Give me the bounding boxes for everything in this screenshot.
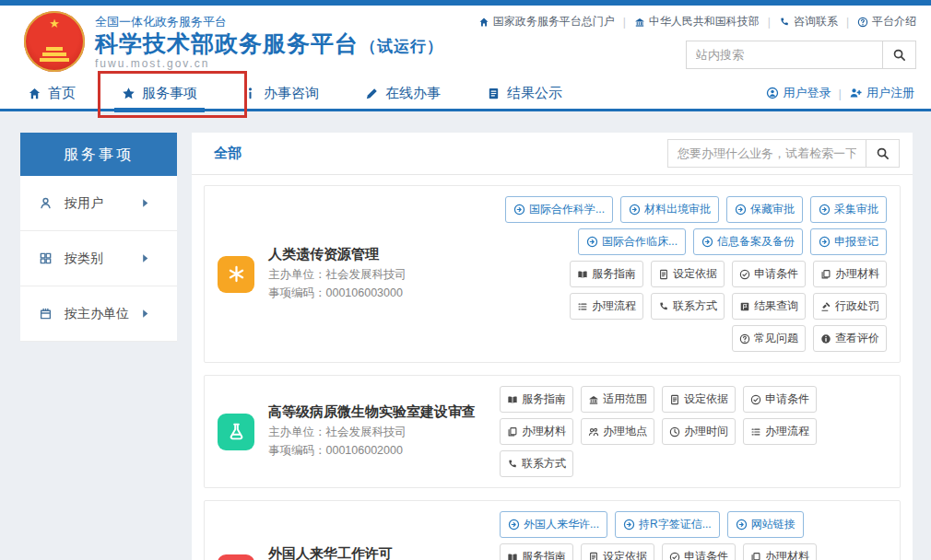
sidebar-item-by-category[interactable]: 按类别 <box>20 231 177 286</box>
action-button[interactable]: 办理时间 <box>662 418 736 445</box>
nav-tab-label: 办事咨询 <box>264 85 319 102</box>
action-button[interactable]: 联系方式 <box>500 450 573 477</box>
sidebar-item-by-user[interactable]: 按用户 <box>20 176 177 231</box>
journal-icon <box>487 87 501 100</box>
action-button[interactable]: 服务指南 <box>570 261 643 287</box>
check-circle-icon <box>669 552 680 560</box>
action-button[interactable]: 办理地点 <box>581 418 654 445</box>
action-button[interactable]: 办理材料 <box>813 261 887 287</box>
check-circle-icon <box>750 394 761 405</box>
tag-button[interactable]: 保藏审批 <box>726 196 803 223</box>
tag-label: 国际合作科学... <box>529 202 605 217</box>
tag-button[interactable]: 采集审批 <box>810 196 887 223</box>
service-search-input[interactable] <box>668 140 866 167</box>
action-button[interactable]: 办理流程 <box>743 418 817 445</box>
open-book-icon <box>507 552 518 560</box>
main-header: 全部 <box>192 133 913 175</box>
gavel-icon <box>820 301 831 312</box>
flag-icon <box>739 301 750 312</box>
nav-tab-online-services[interactable]: 在线办事 <box>363 77 442 110</box>
copy-icon <box>507 426 518 438</box>
service-code: 事项编码：000106002000 <box>268 442 476 460</box>
topbar-link-national-portal[interactable]: 国家政务服务平台总门户 <box>478 14 615 29</box>
action-button[interactable]: 设定依据 <box>651 261 725 287</box>
action-button[interactable]: 结果查询 <box>732 293 806 320</box>
main-nav: 首页服务事项办事咨询在线办事结果公示 用户登录 | 用户注册 <box>0 77 931 111</box>
site-search <box>686 41 916 69</box>
arrow-circle-icon <box>513 204 525 216</box>
action-button[interactable]: 申请条件 <box>662 543 736 560</box>
action-button[interactable]: 设定依据 <box>662 386 736 413</box>
action-button[interactable]: 查看评价 <box>813 325 887 352</box>
nav-tab-consultation[interactable]: 办事咨询 <box>242 77 321 110</box>
nav-tab-label: 首页 <box>48 85 76 102</box>
question-circle-icon <box>739 333 750 344</box>
topbar-link-contact[interactable]: 咨询联系 <box>779 14 838 29</box>
copy-icon <box>820 269 831 280</box>
register-label: 用户注册 <box>866 85 914 101</box>
action-label: 申请条件 <box>765 391 809 407</box>
nav-tab-label: 服务事项 <box>142 85 197 102</box>
action-button[interactable]: 办理流程 <box>570 293 643 320</box>
nav-tab-service-items[interactable]: 服务事项 <box>120 77 199 110</box>
arrow-circle-icon <box>736 519 748 531</box>
nav-tab-home[interactable]: 首页 <box>26 77 77 110</box>
action-button[interactable]: 行政处罚 <box>813 293 887 320</box>
tag-button[interactable]: 国际合作科学... <box>505 196 613 223</box>
action-label: 办理材料 <box>765 549 809 560</box>
login-link[interactable]: 用户登录 <box>766 85 831 101</box>
action-button[interactable]: 设定依据 <box>581 543 654 560</box>
action-button[interactable]: 申请条件 <box>732 261 806 287</box>
tag-button[interactable]: 外国人来华许... <box>500 511 607 538</box>
brand: ★ 全国一体化政务服务平台 科学技术部政务服务平台（试运行） fuwu.most… <box>24 11 443 72</box>
topbar-link-most[interactable]: 中华人民共和国科技部 <box>634 14 760 29</box>
nav-tab-results[interactable]: 结果公示 <box>485 77 564 110</box>
tag-button[interactable]: 持R字签证信... <box>615 511 720 538</box>
action-label: 设定依据 <box>684 391 728 407</box>
register-link[interactable]: 用户注册 <box>849 85 914 101</box>
nav-items: 首页服务事项办事咨询在线办事结果公示 <box>26 77 564 110</box>
tag-button[interactable]: 申报登记 <box>810 228 887 255</box>
service-search-button[interactable] <box>866 140 899 167</box>
tab-all[interactable]: 全部 <box>214 145 242 162</box>
phone-icon <box>507 459 518 470</box>
open-book-icon <box>577 269 588 280</box>
document-icon <box>658 269 669 280</box>
topbar-divider: | <box>846 16 849 29</box>
service-card-info: 高等级病原微生物实验室建设审查主办单位：社会发展科技司事项编码：00010600… <box>218 403 500 460</box>
nav-tab-label: 在线办事 <box>385 85 441 102</box>
topbar-link-about[interactable]: 平台介绍 <box>857 14 916 29</box>
tag-label: 材料出境审批 <box>644 202 711 217</box>
action-button[interactable]: 常见问题 <box>732 325 806 352</box>
action-button[interactable]: 联系方式 <box>651 293 725 320</box>
site-title: 科学技术部政务服务平台 <box>95 30 359 56</box>
service-card-info: 外国人来华工作许可主办单位：引进国外智力管理司事项编码：000106004000 <box>218 545 500 560</box>
tag-button[interactable]: 信息备案及备份 <box>693 228 803 255</box>
sidebar-item-label: 按主办单位 <box>65 306 129 322</box>
info-circle-icon <box>820 333 831 344</box>
service-org: 主办单位：社会发展科技司 <box>268 424 476 441</box>
grid-icon <box>39 251 53 265</box>
site-search-input[interactable] <box>687 41 882 68</box>
nav-auth: 用户登录 | 用户注册 <box>766 85 914 101</box>
arrow-circle-icon <box>819 204 831 216</box>
action-button[interactable]: 适用范围 <box>581 386 654 413</box>
action-button[interactable]: 服务指南 <box>500 543 573 560</box>
action-button[interactable]: 服务指南 <box>500 386 573 413</box>
tag-label: 采集审批 <box>834 202 878 217</box>
service-icon <box>218 554 254 560</box>
tag-button[interactable]: 材料出境审批 <box>620 196 719 223</box>
action-row: 服务指南设定依据申请条件办理材料办理流程用户手册联系方式相关文件常见问题 <box>500 543 887 560</box>
site-search-button[interactable] <box>882 41 915 68</box>
action-button[interactable]: 申请条件 <box>743 386 817 413</box>
tag-button[interactable]: 网站链接 <box>727 511 804 538</box>
action-button[interactable]: 办理材料 <box>500 418 573 445</box>
action-label: 办理流程 <box>765 424 809 439</box>
action-button[interactable]: 办理材料 <box>743 543 817 560</box>
service-org: 主办单位：社会发展科技司 <box>268 266 407 284</box>
tag-label: 信息备案及备份 <box>717 234 795 250</box>
action-label: 设定依据 <box>673 266 717 282</box>
tag-button[interactable]: 国际合作临床... <box>578 228 686 255</box>
star-icon <box>122 87 136 100</box>
sidebar-item-by-host-org[interactable]: 按主办单位 <box>20 286 177 342</box>
